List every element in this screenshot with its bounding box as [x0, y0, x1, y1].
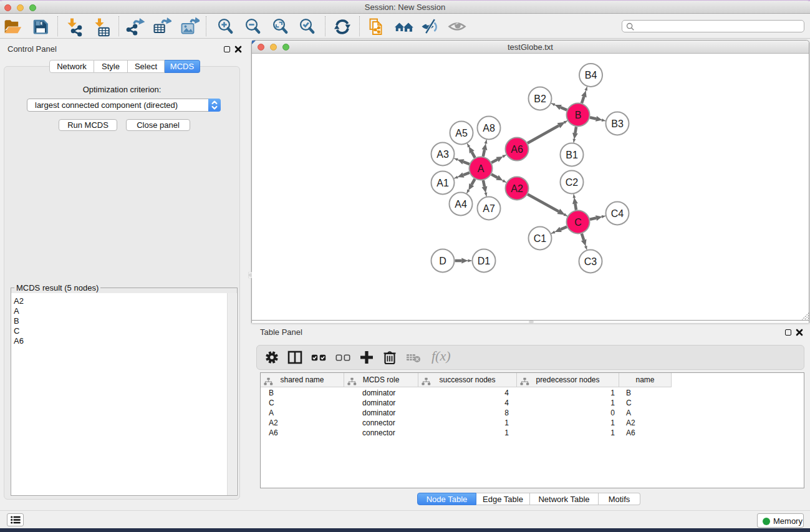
- svg-text:D1: D1: [478, 256, 491, 266]
- svg-text:A4: A4: [455, 199, 467, 210]
- svg-text:C2: C2: [566, 177, 579, 188]
- svg-text:B2: B2: [534, 94, 546, 104]
- svg-text:C: C: [574, 217, 582, 228]
- svg-text:A1: A1: [436, 178, 449, 188]
- svg-text:A3: A3: [436, 149, 449, 160]
- svg-text:C3: C3: [584, 256, 597, 267]
- svg-text:A7: A7: [483, 203, 495, 214]
- svg-text:A: A: [478, 163, 485, 174]
- svg-text:B: B: [575, 110, 582, 120]
- svg-text:C4: C4: [611, 208, 624, 219]
- svg-text:A5: A5: [455, 128, 468, 138]
- svg-text:C1: C1: [534, 233, 547, 244]
- svg-text:A8: A8: [483, 123, 495, 133]
- svg-text:A6: A6: [511, 144, 523, 155]
- svg-text:D: D: [439, 256, 446, 266]
- svg-text:B1: B1: [566, 150, 578, 160]
- svg-text:B3: B3: [611, 118, 624, 129]
- svg-text:A2: A2: [511, 183, 523, 194]
- svg-text:B4: B4: [585, 70, 597, 80]
